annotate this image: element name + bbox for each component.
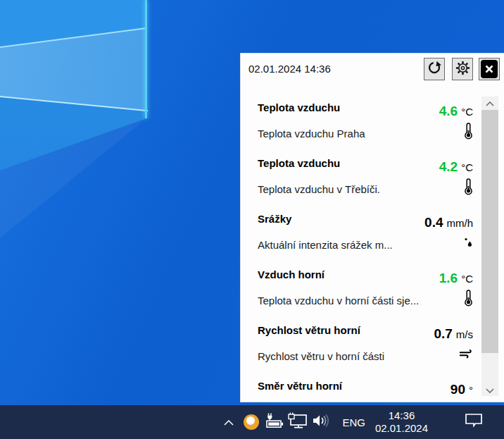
sensor-value: 90° — [451, 382, 473, 397]
wallpaper-glow-edge-vertical — [145, 0, 147, 118]
language-indicator[interactable]: ENG — [339, 416, 368, 428]
show-hidden-icons-button[interactable] — [221, 412, 237, 433]
sensor-value-number: 1.6 — [439, 271, 458, 285]
sensor-value: 4.2°C — [439, 159, 473, 175]
sensor-subtitle: Aktuální intenzita srážek m... — [258, 239, 393, 251]
sensor-subtitle: Teplota vzduchu Praha — [258, 128, 365, 140]
scrollbar-up-button[interactable] — [481, 97, 498, 109]
taskbar: ENG 14:36 02.01.2024 — [0, 405, 504, 439]
sensor-row[interactable]: Směr větru horní 90° — [241, 373, 473, 403]
sensor-value-unit: °C — [461, 106, 473, 118]
sensor-value: 0.4mm/h — [424, 215, 473, 230]
sensor-subtitle: Teplota vzduchu v horní části sje... — [258, 295, 419, 307]
weather-app-icon — [244, 414, 259, 430]
volume-tray-item[interactable] — [310, 412, 332, 433]
raindrops-icon — [463, 233, 473, 252]
sensor-value-number: 90 — [451, 382, 465, 397]
sensor-title: Teplota vzduchu — [258, 101, 340, 113]
close-button[interactable] — [479, 58, 500, 80]
app-tray-icon[interactable] — [241, 412, 262, 433]
sensor-value: 0.7m/s — [434, 326, 473, 342]
sensor-title: Teplota vzduchu — [258, 157, 340, 169]
sensor-title: Rychlost větru horní — [258, 324, 360, 336]
sensor-value-unit: °C — [461, 273, 473, 285]
sensor-value: 1.6°C — [439, 271, 473, 286]
chevron-up-icon — [486, 97, 494, 109]
sensor-row[interactable]: Teplota vzduchu 4.2°C Teplota vzduchu v … — [241, 151, 473, 206]
scrollbar-down-button[interactable] — [481, 383, 498, 396]
sensor-title: Vzduch horní — [258, 268, 325, 280]
refresh-button[interactable] — [424, 58, 445, 80]
close-icon — [481, 60, 498, 78]
scrollbar[interactable] — [481, 97, 498, 396]
clock-date: 02.01.2024 — [375, 422, 428, 435]
thermometer-icon — [464, 122, 473, 140]
clock-time: 14:36 — [375, 409, 428, 422]
settings-button[interactable] — [452, 58, 473, 80]
taskbar-clock[interactable]: 14:36 02.01.2024 — [375, 409, 428, 435]
sensor-subtitle: Teplota vzduchu v Třebíči. — [258, 183, 380, 195]
chevron-down-icon — [486, 383, 494, 396]
sensor-list: Teplota vzduchu 4.6°C Teplota vzduchu Pr… — [241, 95, 473, 403]
sensor-value: 4.6°C — [439, 104, 473, 119]
weather-widget-panel: 02.01.2024 14:36 — [240, 53, 504, 402]
thermometer-icon — [464, 178, 473, 196]
speaker-icon — [312, 413, 330, 431]
sensor-row[interactable]: Teplota vzduchu 4.6°C Teplota vzduchu Pr… — [241, 95, 473, 151]
thermometer-icon — [464, 289, 473, 307]
sensor-value-number: 4.6 — [439, 104, 458, 118]
sensor-value-number: 0.7 — [434, 326, 452, 341]
sensor-value-number: 0.4 — [424, 215, 443, 230]
scrollbar-thumb[interactable] — [481, 110, 498, 353]
refresh-icon — [427, 61, 441, 78]
sensor-value-unit: ° — [469, 384, 473, 396]
sensor-title: Srážky — [258, 213, 291, 225]
sensor-row[interactable]: Vzduch horní 1.6°C Teplota vzduchu v hor… — [241, 262, 473, 318]
panel-header: 02.01.2024 14:36 — [241, 54, 504, 95]
network-icon — [287, 412, 308, 432]
wind-icon — [459, 345, 473, 363]
action-center-icon — [465, 413, 483, 431]
last-update-datetime: 02.01.2024 14:36 — [248, 63, 331, 75]
sensor-row[interactable]: Srážky 0.4mm/h Aktuální intenzita srážek… — [241, 206, 473, 262]
sensor-value-unit: °C — [461, 161, 473, 173]
sensor-value-number: 4.2 — [439, 159, 458, 174]
network-tray-item[interactable] — [287, 412, 308, 433]
battery-icon — [265, 413, 284, 431]
sensor-value-unit: m/s — [456, 328, 473, 340]
sensor-row[interactable]: Rychlost větru horní 0.7m/s Rychlost vět… — [241, 318, 473, 373]
sensor-title: Směr větru horní — [258, 380, 342, 392]
gear-icon — [455, 61, 470, 78]
sensor-value-unit: mm/h — [447, 217, 474, 229]
action-center-button[interactable] — [463, 412, 484, 433]
battery-tray-item[interactable] — [264, 412, 285, 433]
chevron-up-icon — [224, 416, 234, 428]
sensor-subtitle: Rychlost větru v horní části — [258, 350, 384, 362]
